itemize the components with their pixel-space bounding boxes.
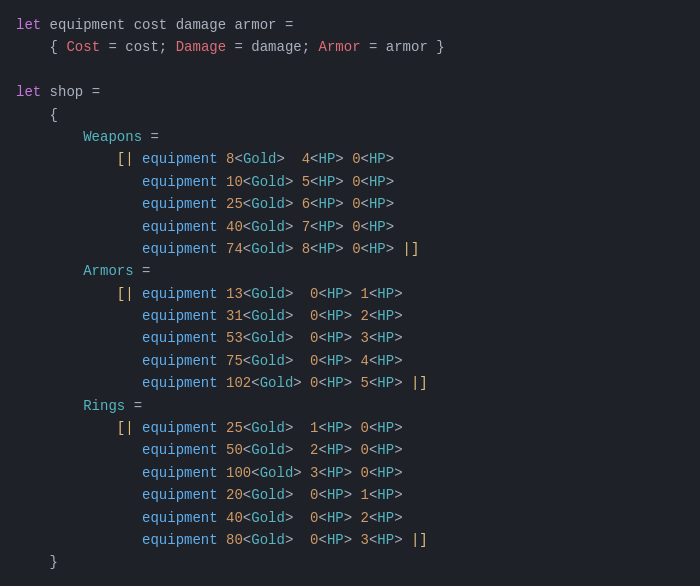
param-cost: cost — [134, 14, 176, 36]
shop-open-brace: { — [50, 104, 58, 126]
weapons-label: Weapons — [83, 126, 142, 148]
rings-row-2: equipment 50<Gold> 2<HP> 0<HP> — [16, 439, 684, 461]
armors-row-3: equipment 53<Gold> 0<HP> 3<HP> — [16, 327, 684, 349]
line-1: let equipment cost damage armor = — [16, 14, 684, 36]
close-brace-1: } — [436, 36, 444, 58]
weapons-row-4: equipment 40<Gold> 7<HP> 0<HP> — [16, 216, 684, 238]
rings-row-5: equipment 40<Gold> 0<HP> 2<HP> — [16, 507, 684, 529]
rings-row-6: equipment 80<Gold> 0<HP> 3<HP> |] — [16, 529, 684, 551]
weapons-row-5: equipment 74<Gold> 8<HP> 0<HP> |] — [16, 238, 684, 260]
ident-shop: shop — [50, 81, 92, 103]
line-let-shop: let shop = — [16, 81, 684, 103]
armors-row-4: equipment 75<Gold> 0<HP> 4<HP> — [16, 350, 684, 372]
param-armor: armor — [234, 14, 284, 36]
armors-row-5: equipment 102<Gold> 0<HP> 5<HP> |] — [16, 372, 684, 394]
open-brace-1: { — [50, 36, 67, 58]
keyword-let-2: let — [16, 81, 50, 103]
rings-row-3: equipment 100<Gold> 3<HP> 0<HP> — [16, 462, 684, 484]
ident-equipment: equipment — [50, 14, 134, 36]
func-equipment: equipment — [142, 148, 226, 170]
armors-row-1: [| equipment 13<Gold> 0<HP> 1<HP> — [16, 283, 684, 305]
eq-1: = — [285, 14, 293, 36]
rings-row-1: [| equipment 25<Gold> 1<HP> 0<HP> — [16, 417, 684, 439]
line-weapons-label: Weapons = — [16, 126, 684, 148]
shop-close-brace: } — [50, 551, 58, 573]
armors-label: Armors — [83, 260, 133, 282]
line-empty — [16, 59, 684, 81]
rings-row-4: equipment 20<Gold> 0<HP> 1<HP> — [16, 484, 684, 506]
code-editor: let equipment cost damage armor = { Cost… — [0, 0, 700, 586]
field-damage: Damage — [176, 36, 226, 58]
line-armors-label: Armors = — [16, 260, 684, 282]
line-2: { Cost = cost; Damage = damage; Armor = … — [16, 36, 684, 58]
weapons-row-1: [| equipment 8<Gold> 4<HP> 0<HP> — [16, 148, 684, 170]
line-open-brace: { — [16, 104, 684, 126]
line-close-brace: } — [16, 551, 684, 573]
weapons-row-2: equipment 10<Gold> 5<HP> 0<HP> — [16, 171, 684, 193]
armors-row-2: equipment 31<Gold> 0<HP> 2<HP> — [16, 305, 684, 327]
line-rings-label: Rings = — [16, 395, 684, 417]
keyword-let-1: let — [16, 14, 50, 36]
rings-label: Rings — [83, 395, 125, 417]
field-cost: Cost — [66, 36, 100, 58]
weapons-row-3: equipment 25<Gold> 6<HP> 0<HP> — [16, 193, 684, 215]
field-armor: Armor — [319, 36, 361, 58]
param-damage: damage — [176, 14, 235, 36]
